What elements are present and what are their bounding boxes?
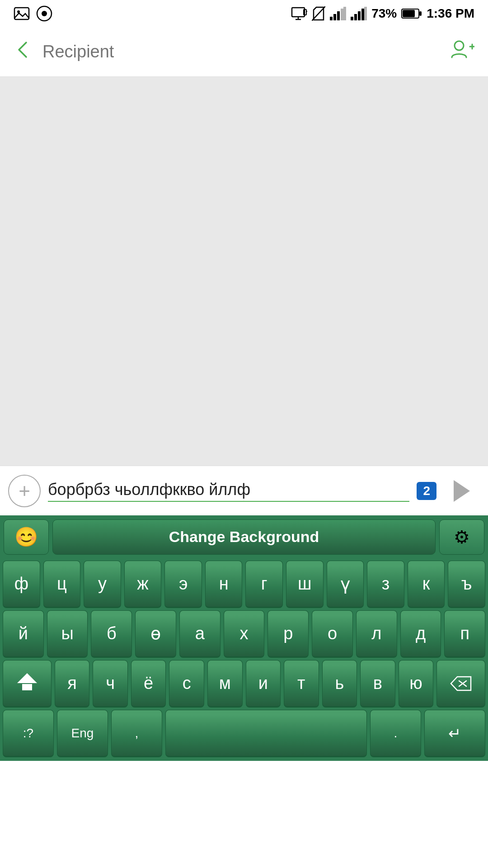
key-л[interactable]: л xyxy=(356,610,397,658)
image-icon xyxy=(14,5,30,22)
key-п[interactable]: п xyxy=(444,610,485,658)
key-ь[interactable]: ь xyxy=(322,660,357,708)
keyboard-row-3: я ч ё с м и т ь в ю xyxy=(0,658,488,708)
svg-rect-21 xyxy=(403,10,415,17)
svg-rect-16 xyxy=(354,14,357,20)
key-н[interactable]: н xyxy=(205,561,243,608)
notification-icon xyxy=(36,5,52,22)
key-special-chars[interactable]: :? xyxy=(3,710,54,757)
svg-point-1 xyxy=(17,10,20,13)
keyboard-row-1: ф ц у ж э н г ш ү з к ъ xyxy=(0,558,488,608)
key-р[interactable]: р xyxy=(267,610,309,658)
shift-icon xyxy=(17,675,37,692)
svg-rect-12 xyxy=(337,11,340,20)
backspace-key[interactable] xyxy=(436,660,485,708)
no-sim-icon xyxy=(312,6,325,21)
svg-rect-11 xyxy=(333,14,336,20)
chat-area xyxy=(0,77,488,466)
key-й[interactable]: й xyxy=(3,610,44,658)
shift-key[interactable] xyxy=(3,660,52,708)
recipient-input[interactable] xyxy=(42,42,449,61)
settings-icon: ⚙ xyxy=(454,527,470,547)
key-ы[interactable]: ы xyxy=(47,610,88,658)
key-у[interactable]: у xyxy=(84,561,121,608)
signal1-icon xyxy=(330,7,346,20)
status-bar: 73% 1:36 PM xyxy=(0,0,488,27)
key-ш[interactable]: ш xyxy=(286,561,324,608)
svg-rect-14 xyxy=(343,7,346,20)
key-ө[interactable]: ө xyxy=(135,610,176,658)
key-ю[interactable]: ю xyxy=(399,660,434,708)
signal2-icon xyxy=(351,7,367,20)
key-ж[interactable]: ж xyxy=(124,561,162,608)
key-enter[interactable]: ↵ xyxy=(424,710,485,757)
keyboard-toolbar: 😊 Change Background ⚙ xyxy=(0,515,488,558)
keyboard-row-2: й ы б ө а х р о л д п xyxy=(0,608,488,658)
send-arrow-icon xyxy=(454,480,470,502)
key-д[interactable]: д xyxy=(400,610,441,658)
send-button[interactable] xyxy=(444,473,480,509)
svg-rect-4 xyxy=(292,8,305,17)
add-attachment-button[interactable]: + xyxy=(8,475,41,507)
status-bar-right: 73% 1:36 PM xyxy=(291,6,474,21)
time-display: 1:36 PM xyxy=(427,6,474,21)
key-eng[interactable]: Eng xyxy=(57,710,108,757)
key-ъ[interactable]: ъ xyxy=(448,561,485,608)
keyboard: 😊 Change Background ⚙ ф ц у ж э н г ш ү … xyxy=(0,515,488,761)
keyboard-settings-button[interactable]: ⚙ xyxy=(439,519,484,555)
key-ц[interactable]: ц xyxy=(43,561,81,608)
key-т[interactable]: т xyxy=(284,660,319,708)
key-и[interactable]: и xyxy=(246,660,281,708)
key-о[interactable]: о xyxy=(312,610,353,658)
battery-percent: 73% xyxy=(371,6,397,21)
key-к[interactable]: к xyxy=(408,561,445,608)
key-period[interactable]: . xyxy=(370,710,421,757)
enter-icon: ↵ xyxy=(448,724,461,742)
top-bar xyxy=(0,27,488,77)
message-input[interactable] xyxy=(48,480,409,502)
backspace-icon xyxy=(449,675,473,692)
change-background-button[interactable]: Change Background xyxy=(52,519,436,555)
key-х[interactable]: х xyxy=(224,610,265,658)
status-bar-left xyxy=(14,5,52,22)
battery-icon xyxy=(401,8,422,19)
key-б[interactable]: б xyxy=(91,610,132,658)
key-ү[interactable]: ү xyxy=(327,561,364,608)
key-space[interactable] xyxy=(165,710,367,757)
svg-rect-22 xyxy=(419,11,422,16)
key-с[interactable]: с xyxy=(169,660,204,708)
svg-point-3 xyxy=(42,11,47,16)
svg-rect-10 xyxy=(330,17,333,20)
message-input-row: + 2 xyxy=(0,466,488,515)
keyboard-bottom-row: :? Eng , . ↵ xyxy=(0,708,488,761)
svg-rect-17 xyxy=(358,11,361,20)
svg-rect-13 xyxy=(341,9,343,20)
svg-point-23 xyxy=(455,41,464,50)
key-ч[interactable]: ч xyxy=(93,660,128,708)
add-contact-button[interactable] xyxy=(449,37,474,67)
svg-rect-15 xyxy=(351,17,353,20)
emoji-button[interactable]: 😊 xyxy=(4,519,49,555)
key-ё[interactable]: ё xyxy=(131,660,166,708)
key-в[interactable]: в xyxy=(360,660,395,708)
emoji-icon: 😊 xyxy=(14,526,38,548)
key-г[interactable]: г xyxy=(245,561,283,608)
word-count-badge: 2 xyxy=(417,482,436,500)
svg-rect-19 xyxy=(364,7,367,20)
screencast-icon xyxy=(291,7,307,20)
key-comma[interactable]: , xyxy=(111,710,162,757)
key-я[interactable]: я xyxy=(55,660,90,708)
key-а[interactable]: а xyxy=(179,610,221,658)
key-ф[interactable]: ф xyxy=(3,561,40,608)
svg-rect-18 xyxy=(361,9,364,20)
key-м[interactable]: м xyxy=(207,660,243,708)
svg-rect-0 xyxy=(14,8,29,19)
key-э[interactable]: э xyxy=(164,561,202,608)
key-з[interactable]: з xyxy=(367,561,404,608)
back-button[interactable] xyxy=(14,39,33,65)
